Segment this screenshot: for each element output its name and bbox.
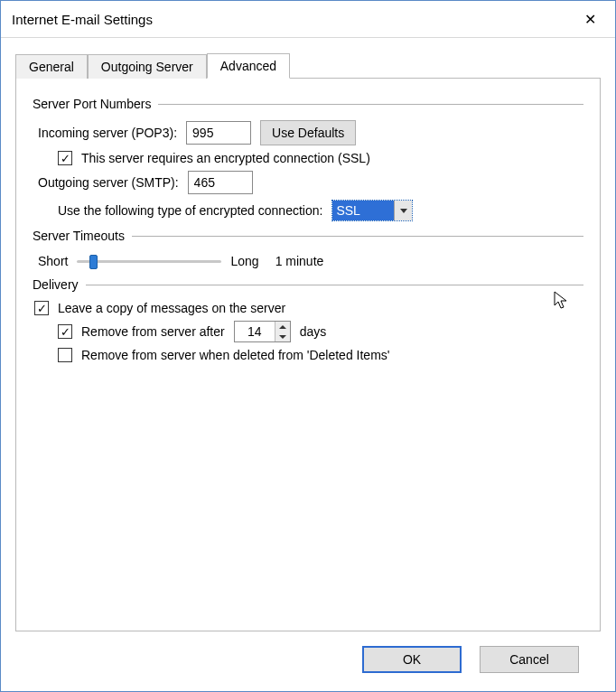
dialog-body: General Outgoing Server Advanced Server …	[1, 38, 615, 691]
tab-advanced[interactable]: Advanced	[207, 53, 290, 79]
remove-days-stepper[interactable]	[234, 321, 291, 342]
group-server-port-numbers: Server Port Numbers Incoming server (POP…	[33, 97, 583, 221]
timeout-long-label: Long	[230, 254, 258, 268]
divider	[86, 285, 583, 285]
divider	[158, 104, 583, 105]
leave-copy-checkbox[interactable]	[34, 301, 49, 315]
dialog-footer: OK Cancel	[15, 631, 601, 691]
remove-days-field[interactable]	[235, 322, 275, 341]
slider-track	[77, 260, 221, 263]
spin-down-button[interactable]	[275, 332, 290, 341]
ok-button[interactable]: OK	[362, 646, 462, 673]
chevron-down-icon	[279, 335, 286, 339]
spin-up-button[interactable]	[275, 322, 290, 332]
outgoing-port-field[interactable]	[188, 171, 253, 194]
group-delivery: Delivery Leave a copy of messages on the…	[33, 277, 583, 362]
timeout-value-text: 1 minute	[275, 254, 324, 268]
close-icon: ✕	[584, 11, 596, 28]
outgoing-server-label: Outgoing server (SMTP):	[38, 175, 179, 190]
group-title-ports: Server Port Numbers	[33, 97, 151, 111]
titlebar: Internet E-mail Settings ✕	[1, 1, 615, 38]
tabstrip: General Outgoing Server Advanced	[15, 52, 601, 78]
cancel-button[interactable]: Cancel	[480, 646, 579, 673]
timeout-short-label: Short	[38, 254, 68, 268]
leave-copy-label: Leave a copy of messages on the server	[58, 301, 285, 315]
group-title-delivery: Delivery	[33, 277, 79, 292]
chevron-down-icon	[400, 209, 407, 213]
days-label: days	[300, 324, 327, 339]
slider-thumb[interactable]	[89, 255, 98, 269]
divider	[132, 236, 583, 237]
tab-general[interactable]: General	[15, 54, 88, 79]
incoming-port-field[interactable]	[186, 121, 251, 145]
group-server-timeouts: Server Timeouts Short Long 1 minute	[33, 229, 583, 270]
remove-after-checkbox[interactable]	[58, 324, 72, 339]
ssl-required-checkbox[interactable]	[58, 151, 72, 165]
dialog: Internet E-mail Settings ✕ General Outgo…	[0, 0, 616, 692]
use-defaults-button[interactable]: Use Defaults	[260, 120, 356, 145]
remove-deleted-checkbox[interactable]	[58, 348, 72, 362]
dialog-title: Internet E-mail Settings	[12, 12, 153, 27]
remove-after-label: Remove from server after	[81, 324, 225, 339]
ssl-required-label: This server requires an encrypted connec…	[81, 151, 370, 165]
encryption-type-value: SSL	[332, 201, 394, 220]
remove-deleted-label: Remove from server when deleted from 'De…	[81, 348, 389, 362]
timeout-slider[interactable]	[77, 252, 221, 270]
close-button[interactable]: ✕	[572, 6, 608, 32]
tab-outgoing-server[interactable]: Outgoing Server	[88, 54, 207, 79]
group-title-timeouts: Server Timeouts	[33, 229, 125, 243]
encryption-type-select[interactable]: SSL	[331, 200, 413, 221]
encryption-type-label: Use the following type of encrypted conn…	[58, 203, 322, 218]
chevron-up-icon	[279, 325, 286, 329]
select-dropdown-button[interactable]	[394, 201, 412, 220]
incoming-server-label: Incoming server (POP3):	[38, 126, 177, 140]
tabpanel-advanced: Server Port Numbers Incoming server (POP…	[15, 78, 601, 631]
